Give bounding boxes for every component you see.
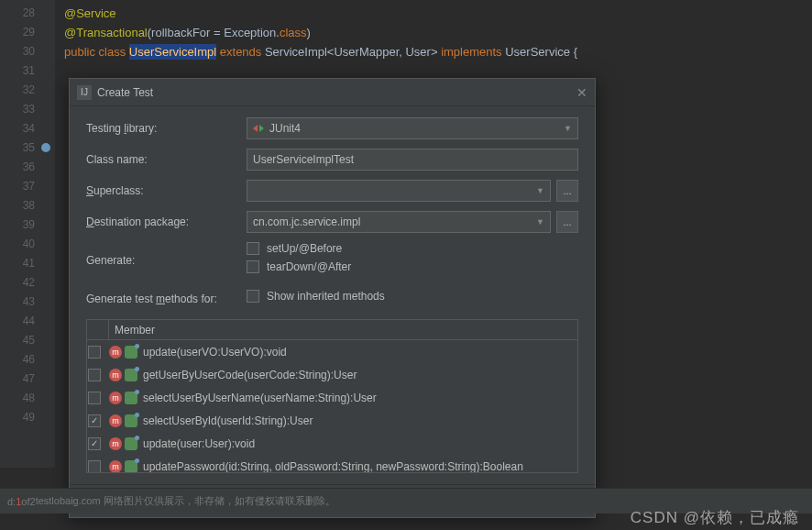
label-generate-methods: Generate test methods for:	[86, 293, 247, 305]
member-checkbox[interactable]	[88, 346, 101, 359]
line-number: 37	[0, 177, 55, 196]
label-generate: Generate:	[86, 254, 247, 267]
override-icon	[125, 414, 137, 427]
line-number: 41	[0, 254, 55, 273]
members-table: Member m update(userVO:UserVO):void m ge…	[86, 319, 578, 473]
member-signature: update(user:User):void	[143, 437, 255, 450]
method-icon: m	[109, 414, 122, 427]
line-number: 33	[0, 100, 55, 119]
override-icon	[125, 437, 137, 450]
label-destination-package: Destination package:	[86, 215, 247, 228]
class-name-input[interactable]	[247, 149, 578, 171]
testing-library-select[interactable]: JUnit4▼	[247, 117, 578, 139]
setup-checkbox[interactable]	[247, 242, 259, 255]
table-row[interactable]: m updatePassword(id:String, oldPassword:…	[87, 455, 577, 472]
line-gutter: 28 29 30 31 32 33 34 35 36 37 38 39 40 4…	[0, 0, 55, 468]
line-number: 47	[0, 370, 55, 389]
line-number: 31	[0, 61, 55, 81]
line-number: 30	[0, 42, 55, 61]
line-number: 45	[0, 331, 55, 350]
line-number: 32	[0, 81, 55, 100]
table-header: Member	[87, 320, 577, 340]
member-checkbox[interactable]	[88, 460, 101, 473]
member-checkbox[interactable]	[88, 392, 101, 404]
line-number: 46	[0, 350, 55, 370]
line-number: 29	[0, 23, 55, 42]
method-icon: m	[109, 346, 122, 359]
show-inherited-checkbox[interactable]	[247, 290, 259, 303]
watermark: CSDN @依赖，已成瘾	[631, 507, 799, 528]
member-checkbox[interactable]	[88, 437, 101, 450]
label-class-name: Class name:	[86, 153, 247, 166]
label-superclass: Superclass:	[86, 184, 247, 197]
teardown-label: tearDown/@After	[267, 260, 351, 273]
chevron-down-icon: ▼	[536, 217, 544, 226]
gutter-override-icon[interactable]	[39, 141, 52, 154]
member-signature: getUserByUserCode(userCode:String):User	[143, 369, 357, 381]
close-icon[interactable]: ✕	[576, 85, 587, 100]
table-row[interactable]: m getUserByUserCode(userCode:String):Use…	[87, 363, 577, 386]
member-signature: selectUserById(userId:String):User	[143, 414, 313, 427]
chevron-down-icon: ▼	[536, 186, 544, 195]
junit-icon	[253, 123, 264, 134]
line-number: 39	[0, 215, 55, 235]
line-number: 36	[0, 158, 55, 177]
table-row[interactable]: m selectUserByUserName(userName:String):…	[87, 386, 577, 409]
show-inherited-label: Show inherited methods	[267, 290, 385, 303]
superclass-select[interactable]: ▼	[247, 180, 551, 202]
table-row[interactable]: m update(userVO:UserVO):void	[87, 340, 577, 363]
method-icon: m	[109, 369, 122, 381]
dialog-title: Create Test	[97, 86, 153, 99]
method-icon: m	[109, 392, 122, 404]
setup-label: setUp/@Before	[267, 242, 342, 255]
line-number: 35	[0, 138, 55, 158]
line-number: 48	[0, 389, 55, 408]
method-icon: m	[109, 460, 122, 473]
browse-superclass-button[interactable]: ...	[556, 180, 578, 202]
teardown-checkbox[interactable]	[247, 260, 259, 273]
table-row[interactable]: m update(user:User):void	[87, 432, 577, 455]
member-signature: update(userVO:UserVO):void	[143, 346, 287, 359]
line-number: 42	[0, 273, 55, 293]
member-signature: selectUserByUserName(userName:String):Us…	[143, 392, 377, 404]
member-checkbox[interactable]	[88, 369, 101, 381]
destination-package-select[interactable]: cn.com.jc.service.impl▼	[247, 211, 551, 233]
override-icon	[125, 369, 137, 381]
member-signature: updatePassword(id:String, oldPassword:St…	[143, 460, 523, 473]
create-test-dialog: IJ Create Test ✕ Testing library: JUnit4…	[69, 78, 596, 518]
override-icon	[125, 460, 137, 473]
override-icon	[125, 392, 137, 404]
dialog-titlebar[interactable]: IJ Create Test ✕	[70, 79, 595, 106]
table-row[interactable]: m selectUserById(userId:String):User	[87, 409, 577, 432]
svg-point-0	[41, 143, 50, 152]
app-icon: IJ	[77, 85, 92, 100]
method-icon: m	[109, 437, 122, 450]
line-number: 28	[0, 4, 55, 23]
line-number: 40	[0, 235, 55, 254]
line-number: 38	[0, 196, 55, 215]
override-icon	[125, 346, 137, 359]
line-number: 34	[0, 119, 55, 138]
member-checkbox[interactable]	[88, 414, 101, 427]
browse-package-button[interactable]: ...	[556, 211, 578, 233]
label-testing-library: Testing library:	[86, 122, 247, 135]
line-number: 49	[0, 408, 55, 427]
line-number: 43	[0, 293, 55, 312]
line-number: 44	[0, 312, 55, 331]
chevron-down-icon: ▼	[564, 124, 572, 133]
